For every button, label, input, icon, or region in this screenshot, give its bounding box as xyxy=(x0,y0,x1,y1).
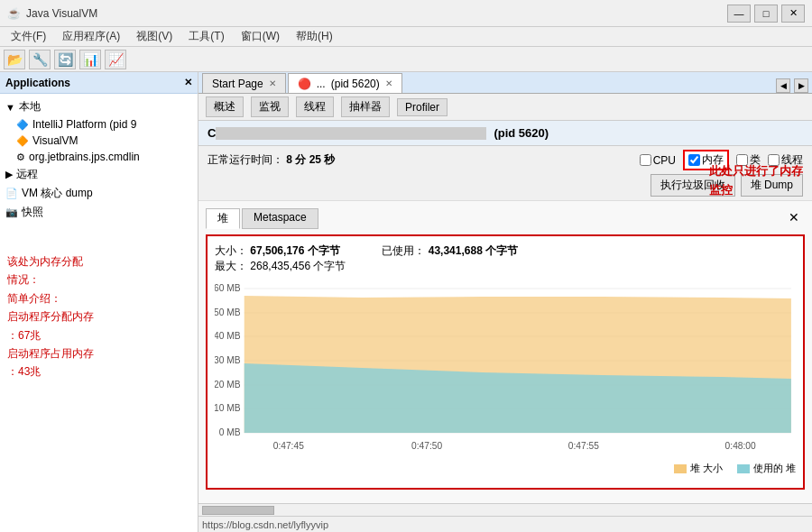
jps-label: org.jetbrains.jps.cmdlin xyxy=(29,151,140,163)
tree-area: ▼ 本地 🔷 IntelliJ Platform (pid 9 🔶 Visual… xyxy=(0,94,198,225)
title-bar: ☕ Java VisualVM — □ ✕ xyxy=(0,0,812,27)
tree-remote[interactable]: ▶ 远程 xyxy=(2,165,196,184)
snapshot-icon: 📷 xyxy=(5,206,18,218)
used-heap-color xyxy=(737,464,750,473)
size-info: 大小： 67,506,176 个字节 最大： 268,435,456 个字节 xyxy=(215,243,346,274)
tree-vmdump[interactable]: 📄 VM 核心 dump xyxy=(2,184,196,203)
chart-legend: 堆 大小 使用的 堆 xyxy=(215,462,796,475)
chart-info: 大小： 67,506,176 个字节 最大： 268,435,456 个字节 已… xyxy=(215,243,796,274)
overview-btn[interactable]: 概述 xyxy=(206,96,244,117)
remote-label: 远程 xyxy=(16,167,38,182)
menu-applications[interactable]: 应用程序(A) xyxy=(55,27,127,46)
expand-icon: ▼ xyxy=(5,102,15,113)
monitor-btn[interactable]: 监视 xyxy=(251,96,289,117)
loading-indicator: C xyxy=(208,126,216,140)
tree-jps[interactable]: ⚙ org.jetbrains.jps.cmdlin xyxy=(2,149,196,165)
heap-size-legend: 堆 大小 xyxy=(674,462,723,475)
left-panel: Applications ✕ ▼ 本地 🔷 IntelliJ Platform … xyxy=(0,72,198,532)
svg-text:0:48:00: 0:48:00 xyxy=(725,441,756,451)
used-info: 已使用： 43,341,688 个字节 xyxy=(382,243,518,274)
chart-container: 堆 Metaspace ✕ 大小： 67,506,176 个字节 最大： 268… xyxy=(198,201,812,503)
content-title: C (pid 5620) xyxy=(198,121,812,146)
app-icon-1: 🔷 xyxy=(16,119,29,131)
process-pid: (pid 5620) xyxy=(331,78,380,90)
svg-text:50 MB: 50 MB xyxy=(215,307,241,317)
tab-scroll-right[interactable]: ▶ xyxy=(794,78,808,93)
profiler-btn[interactable]: Profiler xyxy=(397,98,448,116)
svg-text:10 MB: 10 MB xyxy=(215,403,241,413)
window-controls: — □ ✕ xyxy=(727,5,805,23)
menu-window[interactable]: 窗口(W) xyxy=(234,27,287,46)
sampler-btn[interactable]: 抽样器 xyxy=(341,96,390,117)
maximize-button[interactable]: □ xyxy=(754,5,778,23)
close-button[interactable]: ✕ xyxy=(781,5,805,23)
profile-toolbar: 概述 监视 线程 抽样器 Profiler xyxy=(198,94,812,121)
cpu-checkbox[interactable] xyxy=(640,154,651,166)
memory-chart: 60 MB 50 MB 40 MB 30 MB 20 MB 10 MB 0 MB xyxy=(215,278,796,458)
process-icon: 🔴 xyxy=(298,78,311,90)
tab-start-page[interactable]: Start Page ✕ xyxy=(202,73,286,93)
heap-size-color xyxy=(674,464,687,473)
app-icon-3: ⚙ xyxy=(16,151,25,163)
menu-view[interactable]: 视图(V) xyxy=(129,27,180,46)
svg-text:20 MB: 20 MB xyxy=(215,380,241,390)
app-icon-2: 🔶 xyxy=(16,135,29,147)
toolbar-btn-4[interactable]: 📊 xyxy=(79,50,101,69)
svg-text:0:47:50: 0:47:50 xyxy=(411,441,442,451)
snapshot-label: 快照 xyxy=(22,205,43,220)
horizontal-scrollbar[interactable] xyxy=(198,503,812,516)
applications-label: Applications xyxy=(5,77,70,89)
tab-bar: Start Page ✕ 🔴 ... (pid 5620) ✕ ◀ ▶ xyxy=(198,72,812,94)
process-label: ... xyxy=(317,78,326,90)
main-toolbar: 📂 🔧 🔄 📊 📈 xyxy=(0,47,812,72)
tree-snapshot[interactable]: 📷 快照 xyxy=(2,203,196,222)
pid-label: (pid 5620) xyxy=(494,126,549,140)
process-close-icon[interactable]: ✕ xyxy=(385,78,392,88)
memory-annotation: 该处为内存分配 情况： 简单介绍： 启动程序分配内存 ：67兆 启动程序占用内存… xyxy=(7,252,94,381)
right-panel: 此处只进行了内存 监控 Start Page ✕ 🔴 ... (pid 5620… xyxy=(198,72,812,532)
progress-bar xyxy=(216,127,486,140)
svg-text:30 MB: 30 MB xyxy=(215,355,241,365)
minimize-button[interactable]: — xyxy=(727,5,751,23)
heap-tab[interactable]: 堆 xyxy=(206,208,240,229)
tab-scroll-left[interactable]: ◀ xyxy=(776,78,790,93)
toolbar-btn-3[interactable]: 🔄 xyxy=(54,50,76,69)
chart-close-icon[interactable]: ✕ xyxy=(783,208,805,229)
menu-file[interactable]: 文件(F) xyxy=(4,27,53,46)
toolbar-btn-2[interactable]: 🔧 xyxy=(29,50,51,69)
toolbar-btn-1[interactable]: 📂 xyxy=(4,50,25,69)
intellij-label: IntelliJ Platform (pid 9 xyxy=(32,118,136,131)
tab-process[interactable]: 🔴 ... (pid 5620) ✕ xyxy=(288,73,402,93)
right-annotation: 此处只进行了内存 监控 xyxy=(709,162,803,200)
tree-intellij[interactable]: 🔷 IntelliJ Platform (pid 9 xyxy=(2,116,196,133)
memory-checkbox[interactable] xyxy=(688,154,700,166)
menu-bar: 文件(F) 应用程序(A) 视图(V) 工具(T) 窗口(W) 帮助(H) xyxy=(0,27,812,47)
svg-text:60 MB: 60 MB xyxy=(215,283,241,293)
menu-help[interactable]: 帮助(H) xyxy=(289,27,340,46)
url-bar: https://blog.csdn.net/lyflyyvip xyxy=(198,516,812,532)
visualvm-label: VisualVM xyxy=(32,134,78,147)
local-label: 本地 xyxy=(19,99,41,115)
start-page-close-icon[interactable]: ✕ xyxy=(269,78,276,88)
svg-text:0:47:55: 0:47:55 xyxy=(568,441,599,451)
vmdump-label: VM 核心 dump xyxy=(22,186,93,201)
main-layout: Applications ✕ ▼ 本地 🔷 IntelliJ Platform … xyxy=(0,72,812,532)
cpu-checkbox-item[interactable]: CPU xyxy=(640,154,676,167)
dump-icon: 📄 xyxy=(5,188,18,199)
menu-tools[interactable]: 工具(T) xyxy=(181,27,231,46)
tree-local[interactable]: ▼ 本地 xyxy=(2,97,196,116)
svg-text:0 MB: 0 MB xyxy=(219,427,241,437)
cpu-label: CPU xyxy=(653,154,676,167)
left-panel-header: Applications ✕ xyxy=(0,72,198,94)
app-icon: ☕ xyxy=(7,7,21,20)
scroll-thumb[interactable] xyxy=(202,506,274,515)
threads-btn[interactable]: 线程 xyxy=(296,96,334,117)
chart-tabs: 堆 Metaspace ✕ xyxy=(206,208,805,229)
left-panel-close-button[interactable]: ✕ xyxy=(184,77,192,88)
uptime-text: 正常运行时间： 8 分 25 秒 xyxy=(208,152,335,168)
window-title: Java VisualVM xyxy=(26,7,727,20)
used-heap-legend: 使用的 堆 xyxy=(737,462,796,475)
toolbar-btn-5[interactable]: 📈 xyxy=(105,50,126,69)
metaspace-tab[interactable]: Metaspace xyxy=(242,208,318,229)
tree-visualvm[interactable]: 🔶 VisualVM xyxy=(2,133,196,149)
